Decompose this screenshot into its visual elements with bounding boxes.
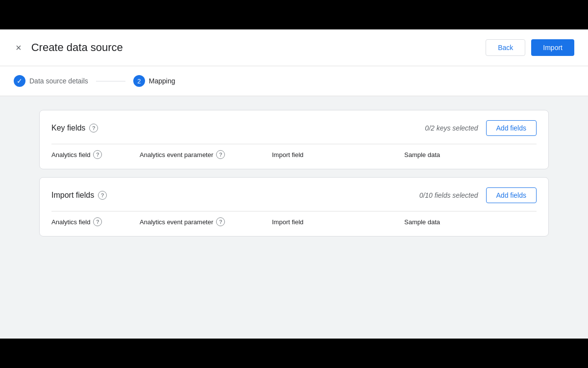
key-fields-col2-header: Analytics event parameter ? [140, 150, 272, 159]
key-fields-help-icon[interactable]: ? [89, 124, 98, 132]
dialog-body: Key fields ? 0/2 keys selected Add field… [0, 96, 588, 339]
import-fields-col1-label: Analytics field [51, 218, 90, 226]
analytics-event-import-help-icon[interactable]: ? [216, 217, 225, 226]
import-fields-help-icon[interactable]: ? [98, 191, 107, 200]
key-fields-title: Key fields [51, 124, 85, 132]
key-fields-col1-header: Analytics field ? [51, 150, 140, 159]
checkmark-icon: ✓ [17, 77, 23, 85]
import-fields-card: Import fields ? 0/10 fields selected Add… [39, 177, 549, 237]
fields-selected-count: 0/10 fields selected [419, 191, 478, 199]
import-fields-add-button[interactable]: Add fields [486, 187, 537, 203]
import-fields-title: Import fields [51, 191, 94, 200]
key-fields-col4-header: Sample data [404, 150, 537, 159]
back-button[interactable]: Back [486, 39, 525, 56]
key-fields-col1-label: Analytics field [51, 151, 90, 158]
key-fields-header: Key fields ? 0/2 keys selected Add field… [51, 120, 537, 136]
dialog-header: × Create data source Back Import [0, 29, 588, 66]
key-fields-table-header: Analytics field ? Analytics event parame… [51, 144, 537, 159]
import-fields-col4-header: Sample data [404, 217, 537, 226]
step2-label: Mapping [149, 77, 175, 85]
step1-circle: ✓ [14, 75, 25, 87]
step-2: 2 Mapping [133, 75, 175, 87]
key-fields-col3-label: Import field [272, 151, 303, 158]
import-fields-col1-header: Analytics field ? [51, 217, 140, 226]
import-fields-table-header: Analytics field ? Analytics event parame… [51, 211, 537, 226]
key-fields-card: Key fields ? 0/2 keys selected Add field… [39, 110, 549, 169]
keys-selected-count: 0/2 keys selected [425, 124, 478, 132]
close-button[interactable]: × [14, 40, 24, 55]
step-1: ✓ Data source details [14, 75, 88, 87]
step2-circle: 2 [133, 75, 145, 87]
analytics-event-key-help-icon[interactable]: ? [216, 150, 225, 159]
import-fields-col2-header: Analytics event parameter ? [140, 217, 272, 226]
analytics-field-key-help-icon[interactable]: ? [93, 150, 102, 159]
import-fields-col4-label: Sample data [404, 218, 440, 226]
import-fields-col3-header: Import field [272, 217, 404, 226]
key-fields-col3-header: Import field [272, 150, 404, 159]
key-fields-add-button[interactable]: Add fields [486, 120, 537, 136]
import-button[interactable]: Import [531, 39, 574, 56]
key-fields-col2-label: Analytics event parameter [140, 151, 213, 158]
dialog-title: Create data source [31, 41, 123, 54]
close-icon: × [16, 42, 22, 53]
import-fields-header: Import fields ? 0/10 fields selected Add… [51, 187, 537, 203]
step-divider [96, 81, 125, 81]
analytics-field-import-help-icon[interactable]: ? [93, 217, 102, 226]
import-fields-col3-label: Import field [272, 218, 303, 226]
stepper: ✓ Data source details 2 Mapping [0, 66, 588, 96]
key-fields-col4-label: Sample data [404, 151, 440, 158]
import-fields-col2-label: Analytics event parameter [140, 218, 213, 226]
step2-number: 2 [137, 78, 141, 85]
step1-label: Data source details [29, 77, 88, 85]
